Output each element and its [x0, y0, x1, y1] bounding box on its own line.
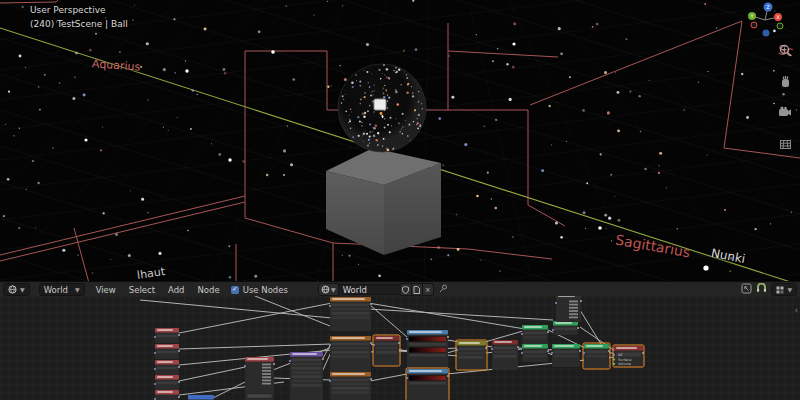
navigation-gizmo[interactable]: Z Y X	[742, 0, 792, 40]
viewport-nav-buttons	[776, 41, 794, 152]
value-node[interactable]	[154, 390, 180, 400]
value-node[interactable]	[154, 360, 180, 375]
chevron-down-icon: ▼	[787, 286, 792, 293]
new-datablock-button[interactable]	[412, 283, 423, 296]
unlink-button[interactable]: ×	[423, 283, 434, 296]
snap-grid-icon	[776, 286, 784, 294]
svg-text:Surface: Surface	[618, 358, 631, 362]
image-empty-marker[interactable]	[374, 99, 386, 110]
move-icon[interactable]	[776, 72, 794, 90]
shader-editor-icon	[8, 285, 17, 294]
menu-add[interactable]: Add	[166, 285, 186, 295]
svg-text:All: All	[618, 353, 622, 357]
magnet-icon	[756, 283, 767, 294]
shader-editor-header: ▼ World ▼ View Select Add Node ✓ Use Nod…	[0, 281, 800, 296]
node[interactable]	[373, 335, 400, 366]
snap-toggle-button[interactable]	[756, 283, 767, 296]
input-node[interactable]	[244, 357, 275, 400]
fake-user-button[interactable]	[401, 283, 412, 296]
node[interactable]	[583, 343, 610, 369]
value-node[interactable]	[154, 375, 180, 390]
mix-node[interactable]	[456, 340, 487, 370]
node-editor-canvas[interactable]: AllSurfaceVolume ‹	[0, 296, 800, 400]
world-icon	[321, 285, 330, 294]
scene-info-label: (240) TestScene | Ball	[30, 17, 128, 31]
gizmo-z-label: Z	[766, 4, 770, 10]
image-texture-node[interactable]	[329, 297, 372, 331]
gizmo-neg-x[interactable]	[751, 22, 757, 28]
light-path-node[interactable]	[555, 296, 582, 322]
grid-icon[interactable]	[776, 134, 794, 152]
gizmo-x-label: X	[776, 14, 780, 20]
chevron-down-icon: ▼	[331, 286, 336, 293]
copy-icon	[413, 286, 420, 294]
mapping-node[interactable]	[289, 352, 324, 400]
value-node[interactable]	[154, 328, 180, 343]
vector-node[interactable]	[188, 395, 214, 400]
menu-view[interactable]: View	[94, 285, 118, 295]
view-perspective-label: User Perspective	[30, 3, 128, 17]
editor-type-dropdown[interactable]: ▼	[3, 283, 30, 296]
world-browse-dropdown[interactable]: ▼	[318, 283, 339, 296]
menu-select[interactable]: Select	[127, 285, 157, 295]
region-collapse-arrow[interactable]: ‹	[795, 306, 798, 315]
use-nodes-toggle[interactable]: ✓ Use Nodes	[231, 285, 288, 295]
shader-type-value: World	[44, 285, 68, 295]
image-texture-node[interactable]	[329, 372, 372, 400]
snap-mode-dropdown[interactable]: ▼	[771, 283, 797, 296]
node[interactable]	[521, 344, 549, 362]
parent-tree-button[interactable]	[741, 283, 752, 296]
chevron-down-icon: ▼	[20, 286, 25, 293]
gizmo-neg-y[interactable]	[777, 23, 783, 29]
color-ramp-node[interactable]	[406, 368, 449, 400]
node[interactable]	[552, 321, 579, 335]
blender-window: User Perspective (240) TestScene | Ball …	[0, 0, 800, 400]
color-ramp-node[interactable]	[406, 330, 449, 368]
node[interactable]	[551, 344, 581, 367]
node-graph: AllSurfaceVolume	[0, 296, 800, 400]
viewport-overlay-text: User Perspective (240) TestScene | Ball	[30, 3, 128, 31]
shield-icon	[402, 286, 409, 294]
menu-node[interactable]: Node	[196, 285, 222, 295]
shader-type-dropdown[interactable]: World ▼	[39, 283, 85, 296]
3d-viewport[interactable]: User Perspective (240) TestScene | Ball …	[0, 0, 800, 281]
image-texture-node[interactable]	[329, 336, 372, 372]
gizmo-neg-z[interactable]	[763, 30, 770, 37]
pin-icon[interactable]	[439, 284, 448, 295]
use-nodes-label: Use Nodes	[243, 285, 288, 295]
value-node[interactable]	[154, 344, 180, 359]
viewport-scene	[0, 0, 800, 281]
camera-icon[interactable]	[776, 103, 794, 121]
svg-text:Volume: Volume	[618, 362, 631, 366]
zoom-icon[interactable]	[776, 41, 794, 59]
chevron-down-icon: ▼	[75, 286, 80, 293]
world-output-node[interactable]: AllSurfaceVolume	[613, 345, 644, 367]
object-origin-dot	[380, 112, 383, 115]
node[interactable]	[491, 340, 519, 370]
world-name-field[interactable]: World	[339, 284, 401, 295]
checkbox-checked-icon[interactable]: ✓	[231, 286, 239, 294]
